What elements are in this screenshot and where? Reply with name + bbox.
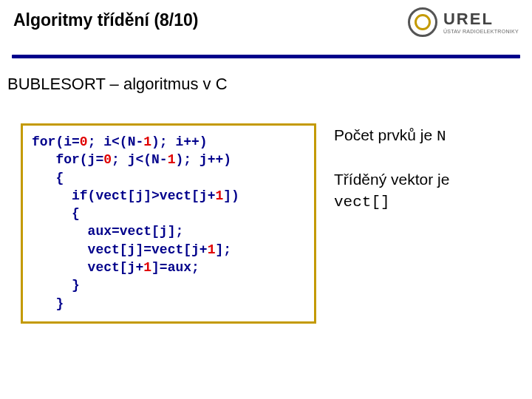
- note-1b: N: [437, 128, 446, 145]
- code-l7c: ];: [215, 242, 231, 257]
- code-l1a: for(i=: [32, 134, 80, 149]
- code-l3: {: [32, 171, 64, 185]
- code-l2b: 0: [103, 152, 112, 167]
- code-l10: }: [32, 296, 64, 311]
- note-1a: Počet prvků je: [334, 126, 437, 143]
- note-2b: vect[]: [334, 194, 390, 211]
- code-l1b: 0: [80, 134, 88, 149]
- code-l1c: ; i<(N-: [88, 134, 144, 149]
- note-2a: Tříděný vektor je: [334, 171, 449, 188]
- code-l4a: if(vect[j]>vect[j+: [32, 188, 215, 203]
- note-1: Počet prvků je N: [334, 125, 517, 147]
- note-2: Tříděný vektor je vect[]: [334, 169, 517, 213]
- logo-ring-icon: [408, 7, 437, 37]
- code-l2a: for(j=: [32, 152, 103, 167]
- code-box: for(i=0; i<(N-1); i++) for(j=0; j<(N-1);…: [21, 123, 316, 324]
- code-l8a: vect[j+: [32, 260, 143, 275]
- code-l8b: 1: [143, 260, 151, 275]
- logo-main-text: UREL: [443, 11, 519, 27]
- divider: [12, 55, 520, 58]
- subtitle: BUBLESORT – algoritmus v C: [7, 75, 532, 94]
- code-l1e: ); i++): [151, 134, 208, 149]
- code-l6: aux=vect[j];: [32, 224, 183, 239]
- code-l2c: ; j<(N-: [112, 152, 168, 167]
- slide-header: Algoritmy třídění (8/10) UREL ÚSTAV RADI…: [0, 0, 532, 53]
- logo: UREL ÚSTAV RADIOELEKTRONIKY: [408, 7, 519, 37]
- content-row: for(i=0; i<(N-1); i++) for(j=0; j<(N-1);…: [21, 123, 532, 324]
- code-l4c: ]): [223, 188, 239, 203]
- notes: Počet prvků je N Tříděný vektor je vect[…: [334, 123, 532, 324]
- code-l9: }: [32, 278, 80, 293]
- code-l7a: vect[j]=vect[j+: [32, 242, 208, 257]
- logo-inner-icon: [415, 14, 431, 30]
- code-l4b: 1: [215, 188, 223, 203]
- code-l7b: 1: [208, 242, 216, 257]
- logo-text: UREL ÚSTAV RADIOELEKTRONIKY: [443, 11, 519, 34]
- logo-sub-text: ÚSTAV RADIOELEKTRONIKY: [443, 29, 519, 34]
- code-l2d: 1: [168, 152, 176, 167]
- code-l8c: ]=aux;: [151, 260, 200, 275]
- code-l5: {: [32, 206, 80, 221]
- code-l2e: ); j++): [175, 152, 231, 167]
- code-l1d: 1: [143, 134, 151, 149]
